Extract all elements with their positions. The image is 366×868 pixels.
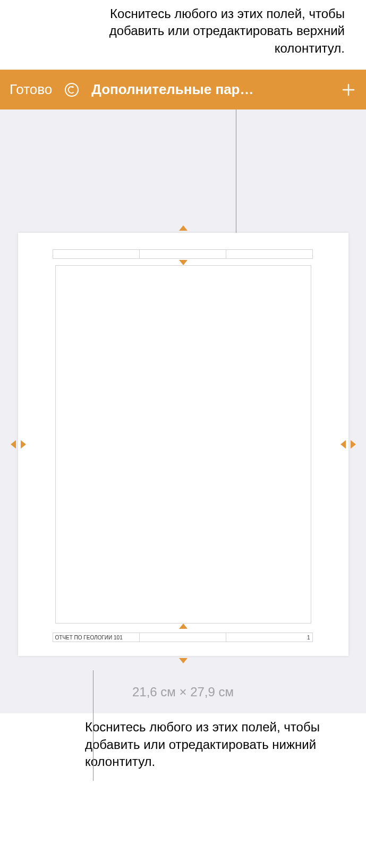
margin-handle-top[interactable] [179, 260, 188, 265]
done-button[interactable]: Готово [10, 81, 52, 98]
margin-handle-bottom[interactable] [179, 623, 188, 629]
footer-field-left[interactable]: ОТЧЕТ ПО ГЕОЛОГИИ 101 [53, 633, 140, 642]
margin-handle-page-top[interactable] [179, 225, 188, 231]
margin-handle-left[interactable] [21, 440, 26, 449]
callout-footer: Коснитесь любого из этих полей, чтобы до… [0, 713, 366, 781]
margin-handle-right[interactable] [341, 440, 346, 449]
margin-handle-page-left[interactable] [11, 440, 16, 449]
document-canvas: ОТЧЕТ ПО ГЕОЛОГИИ 101 1 21,6 см × 27,9 с… [0, 109, 366, 713]
callout-leader-line-bottom [93, 670, 93, 781]
header-field-center[interactable] [140, 249, 226, 259]
header-field-right[interactable] [226, 249, 313, 259]
page-dimensions-label: 21,6 см × 27,9 см [132, 656, 234, 713]
page-title: Дополнительные пар… [91, 81, 329, 98]
document-page: ОТЧЕТ ПО ГЕОЛОГИИ 101 1 [18, 233, 348, 656]
plus-icon[interactable] [341, 82, 356, 98]
callout-header: Коснитесь любого из этих полей, чтобы до… [0, 0, 366, 57]
margin-handle-page-right[interactable] [351, 440, 356, 449]
footer-row: ОТЧЕТ ПО ГЕОЛОГИИ 101 1 [53, 633, 313, 642]
content-area[interactable] [55, 265, 311, 623]
undo-icon[interactable] [64, 82, 80, 98]
footer-field-right[interactable]: 1 [226, 633, 313, 642]
header-row [53, 249, 313, 259]
toolbar: Готово Дополнительные пар… [0, 70, 366, 109]
svg-point-0 [65, 83, 78, 96]
footer-field-center[interactable] [140, 633, 226, 642]
header-field-left[interactable] [53, 249, 140, 259]
margin-handle-page-bottom[interactable] [179, 658, 188, 663]
